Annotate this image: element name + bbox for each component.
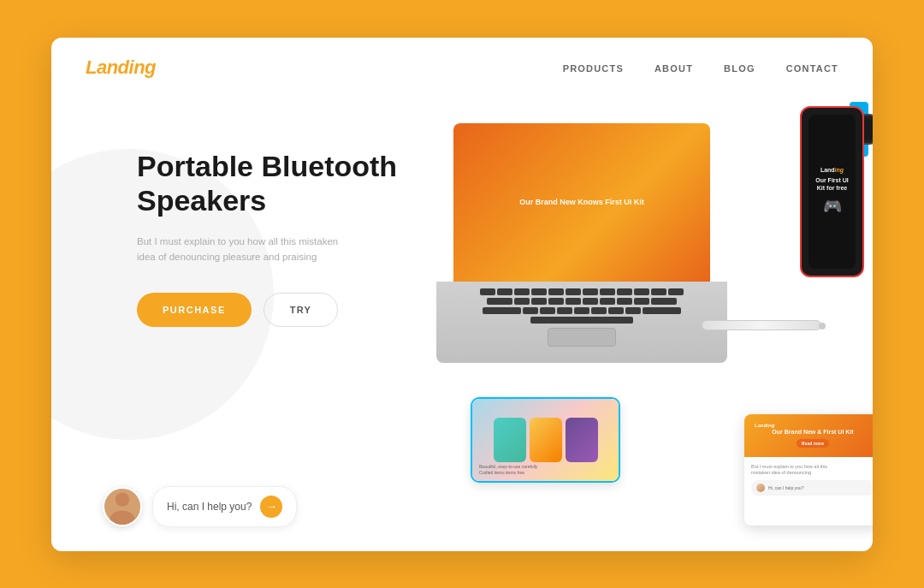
avatar bbox=[103, 487, 142, 526]
chat-text: Hi, can I help you? bbox=[167, 501, 252, 513]
nav-contact[interactable]: CONTACT bbox=[786, 63, 838, 74]
key bbox=[583, 288, 598, 295]
mini-screen-title: Our Brand New & First UI Kit bbox=[772, 428, 853, 436]
devices-area: Our Brand New Knows First UI Kit bbox=[385, 38, 873, 551]
spacebar-key bbox=[530, 317, 633, 324]
keyboard-row-1 bbox=[462, 288, 702, 295]
mini-screen-body: But I must explain to you how all thismi… bbox=[744, 457, 873, 502]
phone-bottom-mockup: Beautiful, easy-to-use carefullyCrafted … bbox=[471, 397, 620, 483]
key bbox=[523, 307, 538, 314]
mini-chat-avatar bbox=[756, 484, 765, 492]
phone-bottom-card-3 bbox=[566, 418, 598, 462]
logo-text-start: Land bbox=[86, 56, 129, 78]
key bbox=[540, 307, 555, 314]
svg-point-1 bbox=[116, 492, 129, 506]
keyboard-rows bbox=[462, 288, 702, 324]
mini-screen-btn[interactable]: Read more bbox=[797, 439, 829, 448]
laptop-screen: Our Brand New Knows First UI Kit bbox=[453, 123, 710, 282]
key bbox=[566, 298, 581, 305]
key bbox=[634, 288, 649, 295]
key bbox=[514, 298, 530, 305]
navigation: Landing PRODUCTS ABOUT BLOG CONTACT bbox=[51, 38, 873, 98]
key bbox=[643, 307, 681, 314]
phone-bottom-content bbox=[489, 413, 603, 467]
mini-screen-body-text: But I must explain to you how all thismi… bbox=[751, 464, 873, 477]
phone-bottom-card-1 bbox=[494, 418, 526, 462]
key bbox=[566, 288, 581, 295]
key bbox=[668, 288, 684, 295]
key bbox=[583, 298, 598, 305]
key bbox=[617, 288, 632, 295]
try-button[interactable]: TRY bbox=[264, 293, 338, 327]
key bbox=[514, 288, 530, 295]
mini-chat-bubble: Hi, can I help you? bbox=[751, 480, 873, 496]
phone-bottom-card-2 bbox=[530, 418, 562, 462]
key bbox=[608, 307, 624, 314]
key bbox=[651, 288, 666, 295]
laptop-keyboard bbox=[436, 282, 727, 363]
laptop-screen-inner: Our Brand New Knows First UI Kit bbox=[453, 123, 710, 282]
key bbox=[600, 298, 615, 305]
key bbox=[487, 298, 512, 305]
trackpad bbox=[548, 328, 616, 347]
laptop-mockup: Our Brand New Knows First UI Kit bbox=[436, 123, 727, 363]
phone-right-logo: Landing bbox=[820, 167, 844, 173]
phone-right-screen: Landing Our First UI Kit for free 🎮 bbox=[808, 115, 856, 269]
stylus-mockup bbox=[702, 320, 821, 330]
logo[interactable]: Landing bbox=[86, 56, 156, 79]
phone-bottom-text: Beautiful, easy-to-use carefullyCrafted … bbox=[479, 464, 537, 476]
key bbox=[480, 288, 495, 295]
phone-right-title: Our First UI Kit for free bbox=[814, 176, 850, 192]
key bbox=[548, 298, 564, 305]
chat-bubble: Hi, can I help you? bbox=[103, 486, 297, 527]
nav-links: PRODUCTS ABOUT BLOG CONTACT bbox=[563, 60, 838, 75]
nav-about[interactable]: ABOUT bbox=[654, 63, 693, 74]
phone-right-mockup: Landing Our First UI Kit for free 🎮 bbox=[800, 106, 864, 277]
nav-products[interactable]: PRODUCTS bbox=[563, 63, 624, 74]
key bbox=[634, 298, 649, 305]
nav-blog[interactable]: BLOG bbox=[724, 63, 755, 74]
key bbox=[548, 288, 564, 295]
keyboard-row-3 bbox=[462, 307, 702, 314]
key bbox=[574, 307, 589, 314]
hero-buttons: PURCHASE TRY bbox=[137, 293, 411, 327]
hero-description: But I must explain to you how all this m… bbox=[137, 234, 342, 265]
mini-chat-text: Hi, can I help you? bbox=[768, 485, 803, 490]
key bbox=[531, 288, 547, 295]
key bbox=[617, 298, 632, 305]
keyboard-row-2 bbox=[462, 298, 702, 305]
purchase-button[interactable]: PURCHASE bbox=[137, 293, 252, 327]
chat-arrow-button[interactable] bbox=[260, 496, 282, 518]
key bbox=[483, 307, 521, 314]
mini-screen-header: Landing Our Brand New & First UI Kit Rea… bbox=[744, 414, 873, 457]
phone-right-icon: 🎮 bbox=[823, 197, 842, 216]
chat-text-box[interactable]: Hi, can I help you? bbox=[152, 486, 297, 527]
key bbox=[591, 307, 607, 314]
laptop-screen-title: Our Brand New Knows First UI Kit bbox=[519, 197, 644, 208]
key bbox=[531, 298, 547, 305]
key bbox=[557, 307, 572, 314]
hero-title: Portable Bluetooth Speakers bbox=[137, 149, 411, 219]
main-card: Landing PRODUCTS ABOUT BLOG CONTACT Port… bbox=[51, 38, 873, 551]
avatar-image bbox=[104, 487, 140, 525]
logo-text-accent: ing bbox=[129, 56, 157, 78]
mini-screenshot-mockup: Landing Our Brand New & First UI Kit Rea… bbox=[744, 414, 873, 526]
key bbox=[625, 307, 641, 314]
keyboard-row-4 bbox=[462, 317, 702, 324]
key bbox=[651, 298, 677, 305]
hero-content: Portable Bluetooth Speakers But I must e… bbox=[137, 149, 411, 327]
key bbox=[497, 288, 512, 295]
key bbox=[600, 288, 615, 295]
